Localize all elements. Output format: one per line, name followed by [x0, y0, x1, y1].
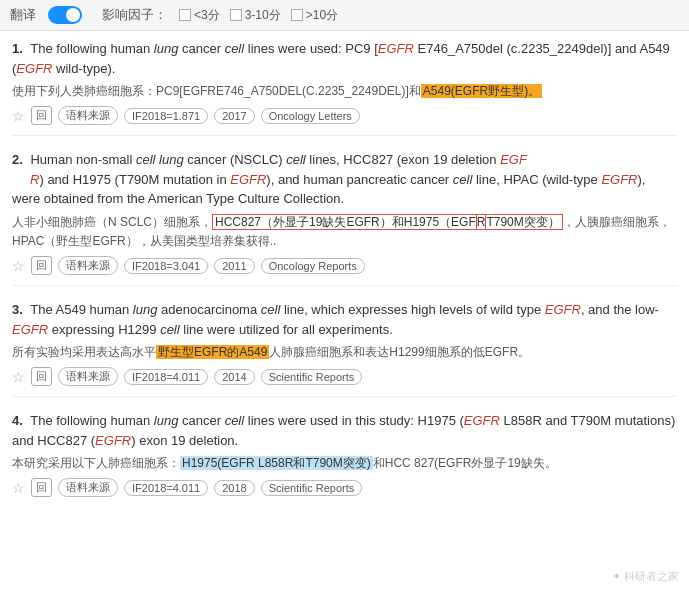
top-bar: 翻译 影响因子： <3分 3-10分 >10分: [0, 0, 689, 31]
cell-2b: cell: [453, 172, 473, 187]
impact-high-label: >10分: [306, 7, 338, 24]
journal-badge-2: Oncology Reports: [261, 258, 365, 274]
impact-option-low[interactable]: <3分: [179, 7, 220, 24]
if-badge-2: IF2018=3.041: [124, 258, 208, 274]
source-badge-2[interactable]: 语料来源: [58, 256, 118, 275]
result-3-number: 3.: [12, 302, 23, 317]
egfr-1a: EGFR: [378, 41, 414, 56]
result-2-text-zh: 人非小细胞肺癌（N SCLC）细胞系，HCC827（外显子19缺失EGFR）和H…: [12, 213, 677, 251]
source-badge-3[interactable]: 语料来源: [58, 367, 118, 386]
checkbox-high[interactable]: [291, 9, 303, 21]
lung-4: lung: [154, 413, 179, 428]
result-3-text-zh: 所有实验均采用表达高水平野生型EGFR的A549人肺腺癌细胞系和表达H1299细…: [12, 343, 677, 362]
egfr-2b: EGFR: [230, 172, 266, 187]
year-badge-2: 2011: [214, 258, 254, 274]
year-badge-3: 2014: [214, 369, 254, 385]
egfr-4a: EGFR: [464, 413, 500, 428]
year-badge-4: 2018: [214, 480, 254, 496]
cite-3[interactable]: 回: [31, 367, 52, 386]
result-4-number: 4.: [12, 413, 23, 428]
star-1[interactable]: ☆: [12, 108, 25, 124]
result-4-meta: ☆ 回 语料来源 IF2018=4.011 2018 Scientific Re…: [12, 478, 677, 497]
lung-1: lung: [154, 41, 179, 56]
journal-badge-1: Oncology Letters: [261, 108, 360, 124]
if-badge-1: IF2018=1.871: [124, 108, 208, 124]
result-1-text-en: 1. The following human lung cancer cell …: [12, 39, 677, 78]
translate-toggle[interactable]: [48, 6, 82, 24]
zh-highlight-3: 野生型EGFR的A549: [156, 345, 269, 359]
result-1-number: 1.: [12, 41, 23, 56]
egfr-2c: EGFR: [601, 172, 637, 187]
toggle-knob: [66, 8, 80, 22]
result-3-text-en: 3. The A549 human lung adenocarcinoma ce…: [12, 300, 677, 339]
egfr-3b: EGFR: [12, 322, 48, 337]
result-item-1: 1. The following human lung cancer cell …: [12, 39, 677, 136]
cell-3: cell: [261, 302, 281, 317]
cell-4: cell: [225, 413, 245, 428]
zh-highlight-1: A549(EGFR野生型)。: [421, 84, 542, 98]
year-badge-1: 2017: [214, 108, 254, 124]
cell-lung-2: cell lung: [136, 152, 184, 167]
result-4-text-en: 4. The following human lung cancer cell …: [12, 411, 677, 450]
result-2-meta: ☆ 回 语料来源 IF2018=3.041 2011 Oncology Repo…: [12, 256, 677, 275]
source-badge-4[interactable]: 语料来源: [58, 478, 118, 497]
impact-mid-label: 3-10分: [245, 7, 281, 24]
result-2-text-en: 2. Human non-small cell lung cancer (NSC…: [12, 150, 677, 209]
impact-options: <3分 3-10分 >10分: [179, 7, 338, 24]
if-badge-4: IF2018=4.011: [124, 480, 208, 496]
result-1-meta: ☆ 回 语料来源 IF2018=1.871 2017 Oncology Lett…: [12, 106, 677, 125]
result-item-2: 2. Human non-small cell lung cancer (NSC…: [12, 150, 677, 286]
impact-low-label: <3分: [194, 7, 220, 24]
egfr-2a: EGF R: [12, 152, 527, 187]
watermark: ✦ 科研者之家: [612, 569, 679, 584]
egfr-4b: EGFR: [95, 433, 131, 448]
egfr-3a: EGFR: [545, 302, 581, 317]
checkbox-mid[interactable]: [230, 9, 242, 21]
egfr-1b: EGFR: [16, 61, 52, 76]
impact-option-high[interactable]: >10分: [291, 7, 338, 24]
translate-label: 翻译: [10, 6, 36, 24]
zh-highlight-4: H1975(EGFR L858R和T790M突变): [180, 456, 373, 470]
result-item-3: 3. The A549 human lung adenocarcinoma ce…: [12, 300, 677, 397]
main-content: 1. The following human lung cancer cell …: [0, 31, 689, 529]
zh-highlight-2: HCC827（外显子19缺失EGFR）和H1975（EGFRT790M突变）: [212, 214, 563, 230]
star-2[interactable]: ☆: [12, 258, 25, 274]
cite-2[interactable]: 回: [31, 256, 52, 275]
impact-option-mid[interactable]: 3-10分: [230, 7, 281, 24]
star-4[interactable]: ☆: [12, 480, 25, 496]
checkbox-low[interactable]: [179, 9, 191, 21]
source-badge-1[interactable]: 语料来源: [58, 106, 118, 125]
cell-1: cell: [225, 41, 245, 56]
result-2-number: 2.: [12, 152, 23, 167]
result-3-meta: ☆ 回 语料来源 IF2018=4.011 2014 Scientific Re…: [12, 367, 677, 386]
cell-2: cell: [286, 152, 306, 167]
cite-4[interactable]: 回: [31, 478, 52, 497]
journal-badge-4: Scientific Reports: [261, 480, 363, 496]
if-badge-3: IF2018=4.011: [124, 369, 208, 385]
result-4-text-zh: 本研究采用以下人肺癌细胞系：H1975(EGFR L858R和T790M突变)和…: [12, 454, 677, 473]
journal-badge-3: Scientific Reports: [261, 369, 363, 385]
lung-3: lung: [133, 302, 158, 317]
result-item-4: 4. The following human lung cancer cell …: [12, 411, 677, 507]
star-3[interactable]: ☆: [12, 369, 25, 385]
cite-1[interactable]: 回: [31, 106, 52, 125]
impact-label: 影响因子：: [102, 6, 167, 24]
cell-3b: cell: [160, 322, 180, 337]
result-1-text-zh: 使用下列人类肺癌细胞系：PC9[EGFRE746_A750DEL(C.2235_…: [12, 82, 677, 101]
